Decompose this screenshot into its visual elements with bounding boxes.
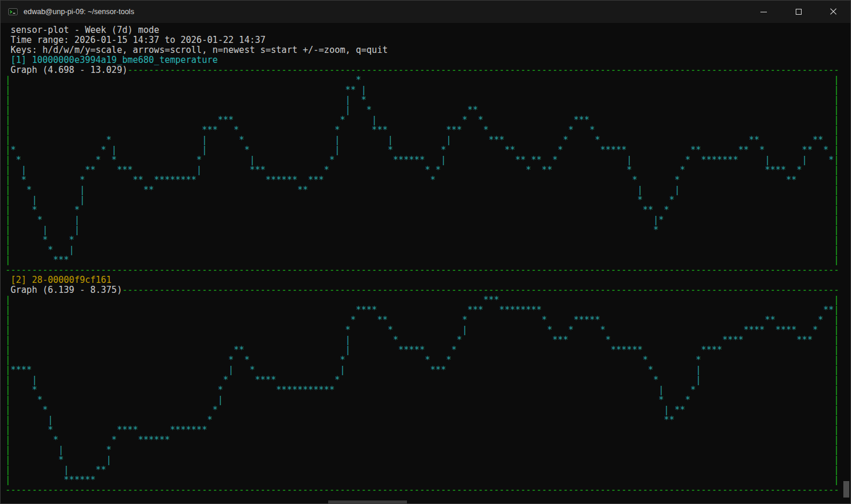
graph-2: Graph (6.139 - 8.375)-------------------… (5, 285, 850, 495)
graph-row: | | * * *** * **** *** | (5, 335, 850, 345)
terminal-app-icon (8, 7, 18, 16)
graph-row: | | * **** * * | | (5, 375, 850, 385)
graph-bottom-border: ----------------------------------------… (5, 485, 850, 495)
close-button[interactable] (816, 1, 850, 23)
graph-1: Graph (4.698 - 13.029)------------------… (5, 65, 850, 275)
scrollbar[interactable] (842, 23, 850, 503)
header-timerange-line: Time range: 2026-01-15 14:37 to 2026-01-… (5, 35, 850, 45)
graph-row: | **** *** ******** **| (5, 305, 850, 315)
graph-row: | ** | | (5, 85, 850, 95)
window-title: edwab@unp-pi-09: ~/sensor-tools (24, 8, 134, 16)
graph-row: | | ** *** | *** * * * * ** * * **** * | (5, 165, 850, 175)
sensor-1-label: [1] 10000000e3994a19_bme680_temperature (5, 55, 850, 65)
graph-row: | * | ** ** | | | (5, 185, 850, 195)
graph-row: | | * ** | (5, 105, 850, 115)
header-keys-line: Keys: h/d/w/m/y=scale, arrows=scroll, n=… (5, 45, 850, 55)
graph-row: |* * | | * | * * ** * ***** ** ** * ** *… (5, 145, 850, 155)
close-icon (830, 8, 837, 15)
titlebar: edwab@unp-pi-09: ~/sensor-tools (1, 1, 850, 23)
maximize-icon (796, 9, 802, 15)
graph-row: | * | | (5, 245, 850, 255)
terminal-window: edwab@unp-pi-09: ~/sensor-tools sensor-p… (0, 0, 851, 504)
graph-row: | * * | (5, 235, 850, 245)
graph-row: | | * ** | (5, 415, 850, 425)
graph-row: | * * * * | * ****** | ** ** * | * *****… (5, 155, 850, 165)
graph-row: | | * | (5, 95, 850, 105)
graph-row: | | * | (5, 445, 850, 455)
graph-row: | * * *********** | * | (5, 385, 850, 395)
scrollbar-thumb[interactable] (843, 481, 849, 498)
window-controls (746, 1, 850, 23)
graph-row: | * | (5, 75, 850, 85)
graph-row: | *** * | * * *** | (5, 115, 850, 125)
terminal-content[interactable]: sensor-plot - Week (7d) mode Time range:… (1, 23, 850, 503)
graph-row: | ** | ***** * ****** **** | (5, 345, 850, 355)
graph-title-row: Graph (6.139 - 8.375)-------------------… (5, 285, 850, 295)
graph-title-row: Graph (4.698 - 13.029)------------------… (5, 65, 850, 75)
graph-row: | | | * * | (5, 195, 850, 205)
graph-row: | * **** ******* | (5, 425, 850, 435)
minimize-icon (760, 12, 767, 12)
graph-row: | * * | ** | (5, 405, 850, 415)
graph-row: |**** | * | *** * | | (5, 365, 850, 375)
maximize-button[interactable] (781, 1, 816, 23)
graph-row: | * * ****** | (5, 435, 850, 445)
graph-row: | | ** | (5, 465, 850, 475)
graph-row: | * * * * * * * | (5, 355, 850, 365)
minimize-button[interactable] (746, 1, 781, 23)
sensor-2-label: [2] 28-00000f9cf161 (5, 275, 850, 285)
clipped-text-fragment (328, 500, 407, 504)
graph-row: | * * ** * | (5, 205, 850, 215)
graph-row: | * * | * * * **** **** * | (5, 325, 850, 335)
graph-row: | *** | (5, 295, 850, 305)
graph-row: | * | * | | | *** * * ** ** | (5, 135, 850, 145)
graph-row: | * | * * | (5, 395, 850, 405)
graph-row: | * | | (5, 455, 850, 465)
graph-row: | * | |* | (5, 215, 850, 225)
header-mode-line: sensor-plot - Week (7d) mode (5, 25, 850, 35)
graph-row: | ****** | (5, 475, 850, 485)
graph-row: | *** * * *** *** * * * | (5, 125, 850, 135)
graph-row: | * ** * * ***** ** * | (5, 315, 850, 325)
graph-row: | | | * | (5, 225, 850, 235)
graph-row: | * * ** ******** ****** *** * * * ** | (5, 175, 850, 185)
graph-bottom-border: ----------------------------------------… (5, 265, 850, 275)
graph-row: | *** | (5, 255, 850, 265)
